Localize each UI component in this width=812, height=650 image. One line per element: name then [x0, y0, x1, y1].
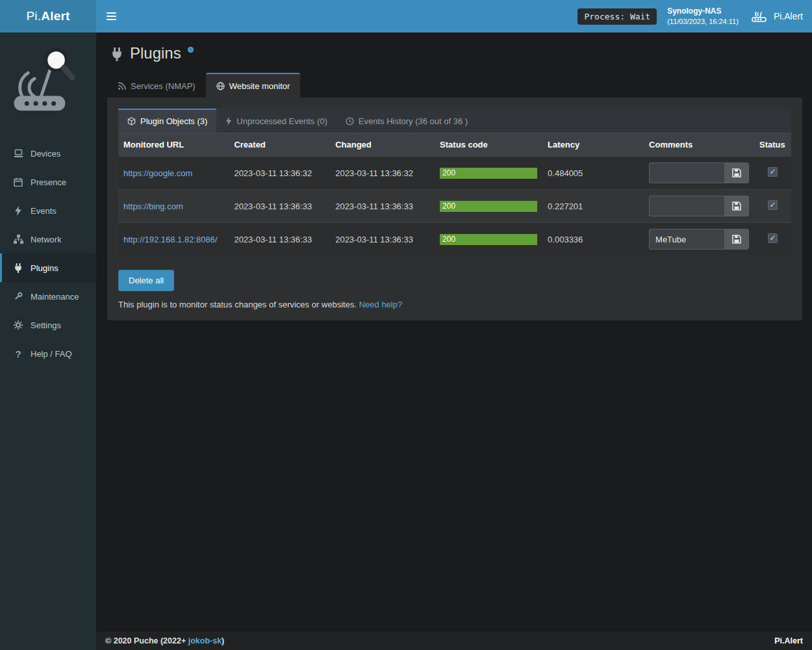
tab-label: Unprocessed Events (0) — [236, 116, 327, 126]
save-icon — [732, 168, 741, 177]
app-name: Pi.Alert — [774, 11, 803, 21]
status-cell — [754, 190, 791, 223]
sidebar-item-settings[interactable]: Settings — [0, 311, 96, 339]
sidebar-item-maintenance[interactable]: Maintenance — [0, 282, 96, 311]
sidebar-item-label: Settings — [31, 320, 61, 330]
column-header: Created — [229, 133, 330, 157]
monitored-url-cell: https://bing.com — [118, 190, 229, 223]
status-cell — [754, 223, 791, 256]
table-head: Monitored URLCreatedChangedStatus codeLa… — [118, 133, 791, 157]
plugin-objects-table: Monitored URLCreatedChangedStatus codeLa… — [118, 133, 791, 255]
monitored-url-link[interactable]: https://bing.com — [123, 202, 183, 211]
created-cell: 2023-03-11 13:36:33 — [229, 190, 330, 223]
changed-cell: 2023-03-11 13:36:33 — [330, 190, 435, 223]
table-row: https://bing.com 2023-03-11 13:36:33 202… — [118, 190, 791, 223]
status-code-cell: 200 — [435, 190, 542, 223]
column-header: Latency — [542, 133, 644, 157]
sidebar-toggle-button[interactable] — [96, 0, 126, 32]
comment-input[interactable] — [649, 162, 724, 183]
sidebar: Devices Presence Events — [0, 32, 96, 650]
brand-bold: Alert — [41, 9, 70, 23]
status-cell — [754, 157, 791, 190]
created-cell: 2023-03-11 13:36:32 — [229, 157, 330, 190]
tab-label: Events History (36 out of 36 ) — [359, 116, 468, 126]
footer-brand: Pi.Alert — [774, 636, 803, 645]
tab-label: Website monitor — [229, 81, 290, 91]
sidebar-item-presence[interactable]: Presence — [0, 168, 96, 196]
sidebar-item-label: Help / FAQ — [31, 349, 72, 359]
comment-input[interactable] — [649, 229, 724, 250]
calendar-icon — [12, 177, 24, 187]
network-icon — [12, 234, 24, 244]
main-content: Plugins Services (NMAP) Website monitor — [96, 32, 812, 630]
bolt-icon — [12, 205, 24, 216]
pialert-logo — [0, 32, 96, 121]
plugin-description: This plugin is to monitor status changes… — [118, 300, 791, 309]
table-row: http://192.168.1.82:8086/ 2023-03-11 13:… — [118, 223, 791, 256]
latency-cell: 0.003336 — [542, 223, 644, 256]
router-icon — [750, 9, 768, 23]
copyright-text: © 2020 Puche (2022+ — [105, 636, 188, 645]
sidebar-item-label: Maintenance — [31, 292, 79, 302]
comment-group — [649, 196, 749, 216]
comment-group — [649, 162, 749, 183]
save-comment-button[interactable] — [724, 196, 749, 216]
sidebar-item-label: Presence — [31, 177, 66, 187]
host-info: Synology-NAS (11/03/2023, 16:24:11) — [667, 6, 739, 27]
sidebar-item-label: Plugins — [31, 263, 58, 273]
status-code-bar: 200 — [440, 168, 537, 179]
status-checkbox[interactable] — [768, 233, 778, 243]
sidebar-item-plugins[interactable]: Plugins — [0, 254, 96, 282]
tab-events-history[interactable]: Events History (36 out of 36 ) — [336, 109, 477, 133]
bolt-icon — [225, 117, 232, 125]
top-bar: Pi.Alert Process: Wait Synology-NAS (11/… — [0, 0, 812, 32]
page-title: Plugins — [130, 44, 181, 62]
comment-input[interactable] — [649, 196, 724, 216]
sidebar-item-label: Devices — [31, 149, 60, 159]
wrench-icon — [12, 291, 24, 302]
status-checkbox[interactable] — [768, 167, 778, 177]
monitored-url-link[interactable]: https://google.com — [123, 168, 192, 178]
plug-icon — [110, 47, 123, 61]
sidebar-item-devices[interactable]: Devices — [0, 139, 96, 168]
save-comment-button[interactable] — [724, 229, 749, 250]
sidebar-item-events[interactable]: Events — [0, 196, 96, 225]
latency-cell: 0.484005 — [542, 157, 644, 190]
tab-label: Plugin Objects (3) — [140, 116, 207, 126]
tab-unprocessed-events[interactable]: Unprocessed Events (0) — [216, 109, 336, 133]
process-status-badge: Process: Wait — [577, 8, 657, 25]
page-header: Plugins — [96, 32, 812, 62]
column-header: Status — [754, 133, 791, 157]
monitored-url-link[interactable]: http://192.168.1.82:8086/ — [123, 235, 218, 244]
tab-website-monitor[interactable]: Website monitor — [206, 73, 301, 98]
table-body: https://google.com 2023-03-11 13:36:32 2… — [118, 157, 791, 256]
host-name: Synology-NAS — [667, 6, 739, 17]
monitored-url-cell: https://google.com — [118, 157, 229, 190]
latency-cell: 0.227201 — [542, 190, 644, 223]
column-header: Changed — [330, 133, 435, 157]
services-icon — [118, 82, 126, 90]
need-help-link[interactable]: Need help? — [359, 300, 403, 309]
title-badge — [188, 47, 194, 53]
sidebar-item-network[interactable]: Network — [0, 225, 96, 254]
brand-prefix: Pi. — [26, 9, 41, 23]
status-code-cell: 200 — [435, 157, 542, 190]
monitored-url-cell: http://192.168.1.82:8086/ — [118, 223, 229, 256]
save-icon — [732, 202, 741, 211]
status-code-bar: 200 — [440, 234, 537, 245]
website-monitor-panel: Plugin Objects (3) Unprocessed Events (0… — [107, 98, 802, 320]
status-checkbox[interactable] — [768, 200, 778, 210]
status-code-cell: 200 — [435, 223, 542, 256]
jokob-sk-link[interactable]: jokob-sk — [188, 636, 222, 645]
created-cell: 2023-03-11 13:36:33 — [229, 223, 330, 256]
table-header-row: Monitored URLCreatedChangedStatus codeLa… — [118, 133, 791, 157]
brand-logo[interactable]: Pi.Alert — [0, 0, 96, 32]
comments-cell — [644, 190, 754, 223]
tab-services-nmap[interactable]: Services (NMAP) — [107, 73, 206, 98]
top-bar-main: Process: Wait Synology-NAS (11/03/2023, … — [96, 0, 812, 32]
save-comment-button[interactable] — [724, 162, 749, 183]
sidebar-item-help[interactable]: ? Help / FAQ — [0, 339, 96, 368]
table-row: https://google.com 2023-03-11 13:36:32 2… — [118, 157, 791, 190]
tab-plugin-objects[interactable]: Plugin Objects (3) — [118, 109, 216, 133]
delete-all-button[interactable]: Delete all — [118, 270, 174, 291]
